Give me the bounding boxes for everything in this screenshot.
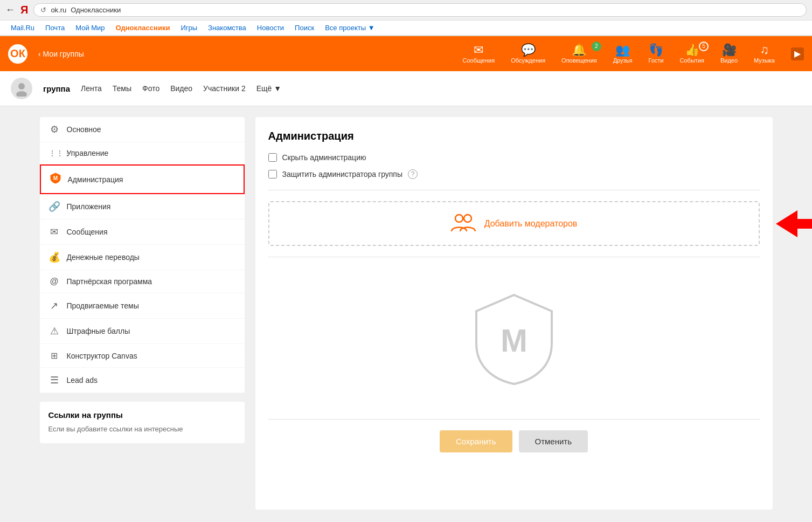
nav-moimir[interactable]: Мой Мир [75,24,105,32]
group-header: группа Лента Темы Фото Видео Участники 2… [0,71,812,106]
nav-znakomstva[interactable]: Знакомства [208,24,246,32]
moderator-group-icon [450,213,476,234]
group-nav-lenta[interactable]: Лента [81,84,102,93]
back-to-groups-link[interactable]: ‹ Мои группы [38,50,84,58]
yandex-logo: Я [20,4,28,16]
svg-text:M: M [501,322,528,359]
save-button[interactable]: Сохранить [440,430,512,452]
nav-allprojects[interactable]: Все проекты ▼ [325,24,374,32]
content-area: Администрация Скрыть администрацию Защит… [255,117,773,510]
sidebar-money-label: Денежные переводы [67,253,140,262]
browser-chrome: ← Я ↺ ok.ru Одноклассники Mail.Ru Почта … [0,0,812,36]
sidebar-promoted-label: Продвигаемые темы [67,301,139,310]
music-icon: ♫ [760,44,769,56]
apps-icon: 🔗 [48,201,60,212]
sidebar-menu: ⚙ Основное ⋮⋮⋮ Управление M Администраци… [40,117,245,393]
canvas-icon: ⊞ [48,351,60,361]
sidebar-item-money[interactable]: 💰 Денежные переводы [40,245,245,270]
guests-icon: 👣 [649,44,663,56]
nav-odnoklassniki[interactable]: Одноклассники [116,24,170,32]
hide-admin-label: Скрыть администрацию [282,153,366,162]
sidebar-basic-label: Основное [67,125,101,134]
nav-messages[interactable]: ✉ Сообщения [462,44,495,64]
sidebar-links-section: Ссылки на группы Если вы добавите ссылки… [40,402,245,443]
nav-pochta[interactable]: Почта [45,24,65,32]
group-nav-members[interactable]: Участники 2 [203,84,246,93]
messages-icon: ✉ [474,44,483,56]
shield-icon: M [50,172,61,187]
header-nav-icons: ✉ Сообщения 💬 Обсуждения 🔔 2 Оповещения … [462,44,804,64]
nav-discussions[interactable]: 💬 Обсуждения [511,44,545,64]
bottom-buttons: Сохранить Отменить [268,419,760,452]
ok-logo[interactable]: ОК [8,44,27,64]
admin-shield-icon: M [471,290,557,387]
nav-play[interactable]: ▶ [791,47,804,60]
refresh-icon[interactable]: ↺ [40,6,46,14]
penalty-icon: ⚠ [48,325,60,337]
top-navigation: Mail.Ru Почта Мой Мир Одноклассники Игры… [0,20,812,36]
partner-icon: @ [48,277,60,286]
play-icon: ▶ [794,50,801,58]
sidebar-item-promoted[interactable]: ↗ Продвигаемые темы [40,293,245,319]
group-nav-temy[interactable]: Темы [113,84,131,93]
group-nav-photo[interactable]: Фото [142,84,159,93]
money-icon: 💰 [48,251,60,263]
sidebar-leadads-label: Lead ads [67,376,98,384]
messages-label: Сообщения [462,57,495,64]
svg-point-0 [18,83,25,90]
add-moderator-button[interactable]: Добавить модераторов [268,201,760,246]
help-icon[interactable]: ? [408,169,418,179]
nav-igry[interactable]: Игры [181,24,197,32]
sidebar-links-desc: Если вы добавите ссылки на интересные [48,424,236,435]
cancel-button[interactable]: Отменить [519,430,588,452]
content-title: Администрация [268,130,760,142]
message-icon: ✉ [48,226,60,238]
sidebar-partner-label: Партнёрская программа [67,277,152,286]
nav-mailru[interactable]: Mail.Ru [11,24,34,32]
events-icon: 👍 [685,44,699,56]
address-bar[interactable]: ↺ ok.ru Одноклассники [33,3,807,17]
nav-notifications[interactable]: 🔔 2 Оповещения [561,44,597,64]
group-nav-more[interactable]: Ещё ▼ [256,84,281,93]
discussions-label: Обсуждения [511,57,545,64]
guests-label: Гости [648,57,663,64]
nav-friends[interactable]: 👥 Друзья [613,44,633,64]
nav-music[interactable]: ♫ Музыка [754,44,775,64]
sidebar-messages-label: Сообщения [67,228,108,236]
hide-admin-checkbox[interactable] [268,153,277,162]
nav-events[interactable]: 👍 5 События [680,44,704,64]
friends-label: Друзья [613,57,633,64]
sidebar-item-canvas[interactable]: ⊞ Конструктор Canvas [40,344,245,368]
shield-placeholder: M [268,268,760,408]
sidebar-item-leadads[interactable]: ☰ Lead ads [40,368,245,393]
ok-header: ОК ‹ Мои группы ✉ Сообщения 💬 Обсуждения… [0,36,812,71]
promoted-icon: ↗ [48,300,60,312]
nav-poisk[interactable]: Поиск [295,24,314,32]
svg-point-4 [464,215,471,222]
protect-admin-label: Защитить администратора группы [282,170,403,178]
events-label: События [680,57,704,64]
nav-novosti[interactable]: Новости [257,24,284,32]
manage-icon: ⋮⋮⋮ [48,149,60,157]
group-nav-video[interactable]: Видео [170,84,192,93]
sidebar-item-admin[interactable]: M Администрация [40,164,245,194]
red-arrow-indicator [776,210,813,237]
sidebar-apps-label: Приложения [67,202,111,211]
svg-text:M: M [53,175,57,181]
nav-guests[interactable]: 👣 Гости [648,44,663,64]
add-moderator-label: Добавить модераторов [484,219,578,229]
sidebar-item-apps[interactable]: 🔗 Приложения [40,194,245,219]
browser-back-button[interactable]: ← [5,4,15,16]
group-name: группа [43,84,70,93]
sidebar-item-partner[interactable]: @ Партнёрская программа [40,270,245,293]
divider-2 [268,257,760,257]
sidebar-item-messages[interactable]: ✉ Сообщения [40,219,245,245]
add-moderator-wrapper: Добавить модераторов [268,201,760,246]
gear-icon: ⚙ [48,123,60,135]
sidebar-item-manage[interactable]: ⋮⋮⋮ Управление [40,142,245,164]
sidebar-item-penalty[interactable]: ⚠ Штрафные баллы [40,319,245,344]
nav-video[interactable]: 🎥 Видео [720,44,738,64]
sidebar-item-basic[interactable]: ⚙ Основное [40,117,245,142]
friends-icon: 👥 [615,44,630,56]
protect-admin-checkbox[interactable] [268,170,277,178]
